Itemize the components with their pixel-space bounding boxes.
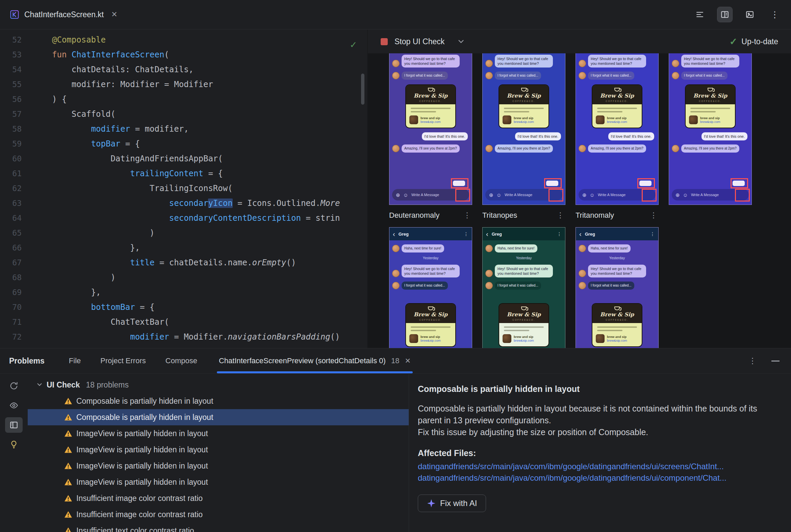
add-icon[interactable]: ⊕ — [489, 192, 494, 197]
code-line[interactable]: 64 secondaryContentDescription = strin — [0, 211, 367, 226]
code-line[interactable]: 69 }, — [0, 285, 367, 300]
close-tab-icon[interactable]: ✕ — [405, 357, 411, 365]
code-line[interactable]: 60 DatingAndFriendsAppBar( — [0, 151, 367, 166]
emoji-icon[interactable]: ☺ — [683, 192, 688, 197]
panel-options-icon[interactable]: ⋮ — [749, 357, 757, 365]
brew-link[interactable]: brew&sip.com — [607, 120, 627, 124]
code-line[interactable]: 55 modifier: Modifier = Modifier — [0, 77, 367, 92]
add-icon[interactable]: ⊕ — [582, 192, 587, 197]
code-view-icon[interactable] — [692, 7, 707, 22]
tab-project-errors[interactable]: Project Errors — [100, 357, 146, 365]
code-line[interactable]: 58 modifier = modifier, — [0, 121, 367, 136]
problem-row[interactable]: Insufficient text color contrast ratio — [28, 522, 409, 532]
brew-link[interactable]: brew&sip.com — [421, 339, 441, 342]
refresh-icon[interactable] — [5, 378, 23, 394]
affected-file-link[interactable]: datingandfriends/src/main/java/com/ibm/g… — [418, 461, 781, 472]
emoji-icon[interactable]: ☺ — [403, 192, 408, 197]
brew-link[interactable]: brew&sip.com — [514, 120, 534, 124]
tab-file[interactable]: File — [69, 357, 81, 365]
problem-row[interactable]: Composable is partially hidden in layout — [28, 409, 409, 425]
problem-text: ImageView is partially hidden in layout — [76, 429, 208, 438]
code-line[interactable]: 72 modifier = Modifier.navigationBarsPad… — [0, 329, 367, 344]
code-line[interactable]: 71 ChatTextBar( — [0, 315, 367, 329]
problem-row[interactable]: ImageView is partially hidden in layout — [28, 458, 409, 474]
code-line[interactable]: 67 title = chatDetails.name.orEmpty() — [0, 255, 367, 270]
problem-row[interactable]: ImageView is partially hidden in layout — [28, 474, 409, 490]
problem-row[interactable]: Insufficient image color contrast ratio — [28, 506, 409, 522]
preview-card-menu-icon[interactable]: ⋮ — [648, 211, 659, 220]
split-view-icon[interactable] — [717, 7, 732, 22]
add-icon[interactable]: ⊕ — [396, 192, 400, 197]
stop-icon[interactable] — [381, 38, 388, 45]
preview-canvas[interactable]: Hey! Should we go to that cafe you menti… — [368, 53, 791, 348]
back-icon[interactable]: ‹ — [393, 231, 395, 237]
code-line[interactable]: 53fun ChatInterfaceScreen( — [0, 47, 367, 62]
fix-with-ai-button[interactable]: Fix with AI — [418, 495, 486, 512]
problem-row[interactable]: ImageView is partially hidden in layout — [28, 441, 409, 458]
code-line[interactable]: 56) { — [0, 92, 367, 107]
tab-chatinterfacescreenpreview[interactable]: ChatInterfaceScreenPreview (sortedChatDe… — [217, 348, 413, 373]
brew-brand: Brew & Sip — [408, 311, 453, 318]
code-line[interactable]: 52@Composable — [0, 33, 367, 47]
active-tab-label: ChatInterfaceScreenPreview (sortedChatDe… — [219, 357, 386, 365]
code-line[interactable]: 66 }, — [0, 240, 367, 255]
brew-link[interactable]: brew&sip.com — [421, 120, 441, 124]
emoji-icon[interactable]: ☺ — [590, 192, 595, 197]
close-tab-icon[interactable]: ✕ — [111, 10, 117, 19]
stop-ui-check-button[interactable]: Stop UI Check — [394, 37, 444, 46]
line-number: 63 — [0, 196, 52, 211]
back-icon[interactable]: ‹ — [486, 231, 489, 237]
preview-eye-icon[interactable] — [5, 398, 23, 413]
coffee-cup-icon — [521, 88, 527, 92]
preview-card-menu-icon[interactable]: ⋮ — [555, 211, 565, 220]
problem-row[interactable]: Insufficient image color contrast ratio — [28, 490, 409, 506]
brew-link[interactable]: brew&sip.com — [514, 339, 534, 342]
editor-scrollbar[interactable] — [361, 74, 364, 104]
design-view-icon[interactable] — [742, 7, 757, 22]
problem-row[interactable]: Composable is partially hidden in layout — [28, 393, 409, 409]
brew-link[interactable]: brew&sip.com — [607, 339, 627, 342]
code-editor[interactable]: 52@Composable53fun ChatInterfaceScreen(5… — [0, 30, 367, 348]
lightbulb-icon[interactable] — [5, 437, 23, 452]
details-panel-icon[interactable] — [5, 417, 23, 433]
code-line[interactable]: 65 ) — [0, 226, 367, 240]
inspections-ok-icon[interactable]: ✓ — [350, 37, 356, 52]
minimize-panel-icon[interactable] — [771, 361, 779, 362]
add-icon[interactable]: ⊕ — [676, 192, 680, 197]
chevron-down-icon[interactable] — [457, 39, 465, 44]
back-icon[interactable]: ‹ — [579, 231, 582, 237]
chat-menu-icon[interactable]: ⋮ — [464, 231, 468, 236]
code-line[interactable]: 54 chatDetails: ChatDetails, — [0, 62, 367, 77]
emoji-icon[interactable]: ☺ — [496, 192, 501, 197]
code-line[interactable]: 59 topBar = { — [0, 136, 367, 151]
brew-link[interactable]: brew&sip.com — [700, 120, 720, 124]
code-line[interactable]: 63 secondaryIcon = Icons.Outlined.More — [0, 196, 367, 211]
ui-check-preview-card[interactable]: ‹Greg⋮Haha, next time for sure!Yesterday… — [482, 227, 565, 348]
problem-row[interactable]: ImageView is partially hidden in layout — [28, 425, 409, 441]
ui-check-preview-card[interactable]: ‹Greg⋮Haha, next time for sure!Yesterday… — [575, 227, 659, 348]
ui-check-preview-card[interactable]: Hey! Should we go to that cafe you menti… — [389, 53, 472, 205]
toolwindow-title[interactable]: Problems — [9, 357, 44, 366]
problems-group-header[interactable]: UI Check 18 problems — [28, 377, 409, 393]
ui-check-preview-card[interactable]: Hey! Should we go to that cafe you menti… — [669, 53, 752, 205]
editor-tab-chatinterfacescreen[interactable]: ChatInterfaceScreen.kt ✕ — [0, 0, 128, 29]
preview-card-menu-icon[interactable]: ⋮ — [462, 211, 472, 220]
more-icon[interactable]: ⋮ — [767, 7, 782, 22]
ui-check-preview-card[interactable]: Hey! Should we go to that cafe you menti… — [575, 53, 659, 205]
ui-check-preview-card[interactable]: ‹Greg⋮Haha, next time for sure!Yesterday… — [389, 227, 472, 348]
avatar — [485, 60, 493, 67]
code-line[interactable]: 70 bottomBar = { — [0, 300, 367, 315]
lint-highlight-box — [451, 178, 468, 188]
line-number: 69 — [0, 285, 52, 300]
tab-compose[interactable]: Compose — [165, 357, 197, 365]
code-line[interactable]: 57 Scaffold( — [0, 107, 367, 121]
code-line[interactable]: 73 onAddClick = {} — [0, 344, 367, 348]
chat-menu-icon[interactable]: ⋮ — [557, 231, 562, 236]
code-line[interactable]: 68 ) — [0, 270, 367, 285]
ui-check-preview-card[interactable]: Hey! Should we go to that cafe you menti… — [482, 53, 565, 205]
chat-menu-icon[interactable]: ⋮ — [650, 231, 655, 236]
affected-file-link[interactable]: datingandfriends/src/main/java/com/ibm/g… — [418, 472, 781, 484]
code-line[interactable]: 62 TrailingIconsRow( — [0, 181, 367, 196]
avatar — [485, 245, 493, 252]
code-line[interactable]: 61 trailingContent = { — [0, 166, 367, 181]
